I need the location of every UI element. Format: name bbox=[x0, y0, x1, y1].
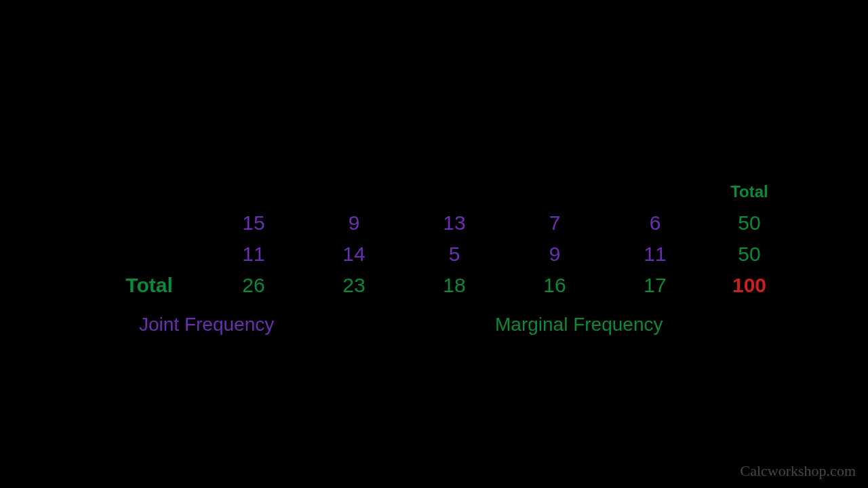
table-row: Female 15 9 13 7 6 50 bbox=[95, 207, 793, 239]
row-header: Male bbox=[95, 239, 203, 270]
col-header: Tacos bbox=[203, 176, 304, 207]
cell-joint: 14 bbox=[304, 239, 404, 270]
table-totals-row: Total 26 23 18 16 17 100 bbox=[95, 270, 793, 301]
col-header-total: Total bbox=[705, 176, 793, 207]
cell-joint: 15 bbox=[203, 207, 304, 239]
cell-col-total: 17 bbox=[605, 270, 705, 301]
col-header: Pizza bbox=[404, 176, 505, 207]
col-header: Chicken bbox=[505, 176, 605, 207]
row-header: Female bbox=[95, 207, 203, 239]
cell-joint: 13 bbox=[404, 207, 505, 239]
cell-col-total: 18 bbox=[404, 270, 505, 301]
cell-joint: 9 bbox=[304, 207, 404, 239]
legend-joint-frequency: Joint Frequency bbox=[139, 314, 274, 336]
cell-grand-total: 100 bbox=[705, 270, 793, 301]
cell-joint: 6 bbox=[605, 207, 705, 239]
cell-joint: 11 bbox=[203, 239, 304, 270]
title-line-1: A random sample of high school students … bbox=[0, 64, 868, 85]
cell-joint: 7 bbox=[505, 207, 605, 239]
frequency-table: Tacos Hamburger Pizza Chicken Salad Tota… bbox=[95, 176, 793, 301]
cell-col-total: 23 bbox=[304, 270, 404, 301]
table-row: Male 11 14 5 9 11 50 bbox=[95, 239, 793, 270]
watermark: Calcworkshop.com bbox=[741, 462, 856, 480]
cell-col-total: 16 bbox=[505, 270, 605, 301]
legend-marginal-frequency: Marginal Frequency bbox=[495, 314, 663, 336]
col-header: Salad bbox=[605, 176, 705, 207]
row-header-total: Total bbox=[95, 270, 203, 301]
frequency-table-frame: Tacos Hamburger Pizza Chicken Salad Tota… bbox=[95, 176, 787, 301]
col-header: Hamburger bbox=[304, 176, 404, 207]
cell-joint: 11 bbox=[605, 239, 705, 270]
stage: A random sample of high school students … bbox=[0, 0, 868, 488]
cell-joint: 5 bbox=[404, 239, 505, 270]
cell-row-total: 50 bbox=[705, 239, 793, 270]
table-header-row: Tacos Hamburger Pizza Chicken Salad Tota… bbox=[95, 176, 793, 207]
cell-col-total: 26 bbox=[203, 270, 304, 301]
cell-joint: 9 bbox=[505, 239, 605, 270]
cell-row-total: 50 bbox=[705, 207, 793, 239]
header-empty bbox=[95, 176, 203, 207]
title-line-2: Construct a Two-Way Frequency Table (Con… bbox=[0, 89, 868, 110]
